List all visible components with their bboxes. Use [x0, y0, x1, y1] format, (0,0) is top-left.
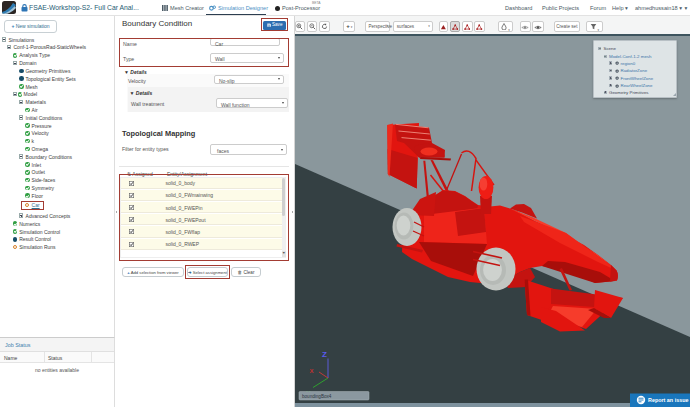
- svg-text:Z: Z: [322, 350, 327, 359]
- svg-text:X: X: [310, 368, 314, 374]
- svg-text:boundingBox4: boundingBox4: [302, 394, 332, 399]
- svg-text:Report an issue: Report an issue: [648, 397, 688, 403]
